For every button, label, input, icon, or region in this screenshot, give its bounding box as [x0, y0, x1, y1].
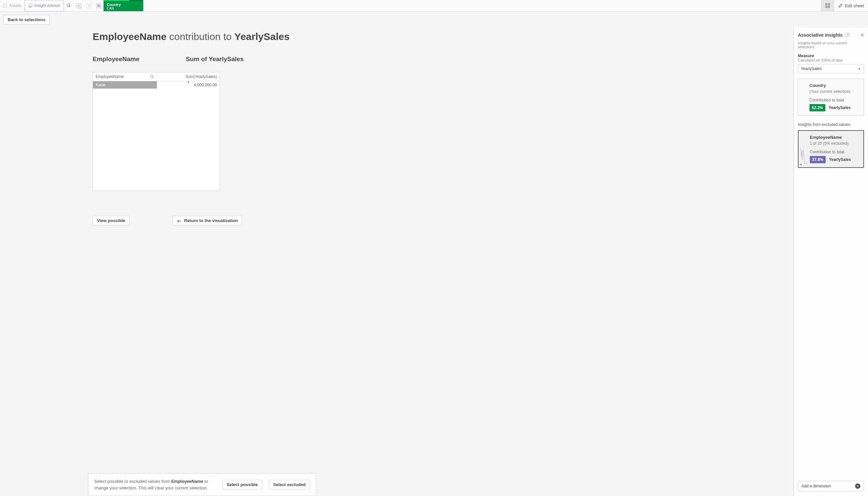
insight-card-country[interactable]: Country (Your current selection) Contrib…	[798, 79, 864, 116]
card-title: EmployeeName	[810, 135, 860, 140]
view-possible-button[interactable]: View possible	[93, 216, 130, 226]
help-icon[interactable]: ?	[845, 33, 850, 37]
contribution-pct: 37.8%	[810, 156, 826, 163]
edit-sheet-button[interactable]: Edit sheet	[834, 0, 868, 11]
return-arrow-icon	[177, 219, 182, 223]
help-bar: Select possible or excluded values from …	[88, 473, 316, 496]
contribution-label: Contribution to total	[809, 98, 860, 103]
table-header-name[interactable]: EmployeeName	[93, 72, 157, 81]
cell-value: ▼ 4,000,000.00	[157, 81, 220, 89]
clear-selections-icon[interactable]	[94, 3, 104, 8]
svg-rect-4	[87, 3, 91, 7]
pencil-icon	[838, 3, 843, 8]
column-headers: EmployeeName Sum of YearlySales	[93, 56, 780, 63]
svg-line-14	[153, 77, 154, 78]
title-field-a: EmployeeName	[93, 31, 166, 42]
add-dimension-label: Add a dimension	[802, 484, 831, 489]
select-possible-button[interactable]: Select possible	[222, 480, 262, 490]
excluded-section-label: Insights from excluded values:	[798, 122, 864, 127]
svg-rect-12	[828, 6, 829, 7]
cell-name[interactable]: Kasie	[93, 81, 157, 89]
svg-rect-15	[800, 164, 802, 165]
title-field-b: YearlySales	[235, 31, 290, 42]
plus-icon: +	[855, 483, 860, 489]
svg-rect-11	[826, 6, 827, 7]
contribution-pct: 62.2%	[809, 104, 825, 111]
insight-card-employeename[interactable]: EmployeeName 1 of 20 (5% excluded) Contr…	[798, 130, 864, 168]
step-forward-icon	[84, 3, 94, 8]
back-to-selections-button[interactable]: Back to selections	[3, 15, 50, 25]
panel-subtitle: Insights based on your current selection…	[798, 41, 864, 49]
insight-icon	[28, 4, 32, 7]
title-mid: contribution to	[166, 31, 234, 42]
assets-label: Assets	[9, 3, 21, 8]
contribution-label: Contribution to total	[810, 150, 860, 154]
svg-rect-3	[77, 3, 81, 7]
selection-field: Country	[107, 3, 139, 6]
step-back-icon[interactable]	[74, 3, 84, 8]
col-header-2: Sum of YearlySales	[186, 56, 244, 63]
svg-rect-10	[828, 4, 829, 5]
col-header-1: EmployeeName	[93, 56, 139, 63]
associative-insights-toggle[interactable]	[821, 0, 834, 11]
svg-rect-9	[826, 4, 827, 5]
insight-advisor-button[interactable]: Insight Advisor	[25, 0, 64, 11]
panel-icon	[3, 4, 6, 7]
search-icon[interactable]	[150, 75, 154, 79]
help-text: Select possible or excluded values from …	[94, 478, 216, 491]
return-to-visualization-button[interactable]: Return to the visualization	[173, 216, 242, 226]
card-meta: (Your current selection)	[809, 89, 860, 94]
associative-insights-panel: Associative insights ? × Insights based …	[794, 28, 868, 496]
card-title: Country	[809, 83, 860, 88]
chevron-down-icon: ▼	[858, 67, 861, 71]
measure-note: Calculated on 100% of data	[798, 58, 864, 62]
selection-tools	[64, 0, 104, 11]
card-meta: 1 of 20 (5% excluded)	[810, 141, 860, 146]
measure-value: YearlySales	[801, 66, 822, 71]
select-excluded-button[interactable]: Select excluded	[269, 480, 310, 490]
back-row: Back to selections	[0, 12, 868, 28]
page-title: EmployeeName contribution to YearlySales	[93, 31, 780, 42]
insight-label: Insight Advisor	[34, 3, 60, 8]
close-icon[interactable]: ×	[860, 33, 864, 37]
table-header-value[interactable]: Sum(YearlySales)	[157, 72, 220, 81]
measure-label: Measure	[798, 53, 864, 58]
selection-chip-country[interactable]: Country CAN	[104, 0, 143, 11]
data-table[interactable]: EmployeeName Sum(YearlySales) Kasie ▼ 4,…	[93, 72, 220, 191]
table-row[interactable]: Kasie ▼ 4,000,000.00	[93, 81, 220, 89]
smart-search-icon[interactable]	[64, 3, 74, 8]
sparkline-icon	[800, 147, 808, 165]
top-toolbar: Assets Insight Advisor Country CAN	[0, 0, 868, 12]
main-content: EmployeeName contribution to YearlySales…	[0, 28, 794, 496]
grid-icon	[825, 3, 830, 8]
edit-sheet-label: Edit sheet	[845, 3, 864, 8]
contribution-measure: YearlySales	[829, 157, 851, 162]
selection-value: CAN	[107, 6, 139, 10]
contribution-measure: YearlySales	[829, 105, 851, 110]
panel-title: Associative insights	[798, 32, 842, 38]
measure-select[interactable]: YearlySales ▼	[798, 64, 864, 73]
assets-button[interactable]: Assets	[0, 0, 25, 11]
add-dimension-button[interactable]: Add a dimension +	[798, 481, 864, 491]
sort-indicator-icon: ▼	[187, 81, 190, 84]
